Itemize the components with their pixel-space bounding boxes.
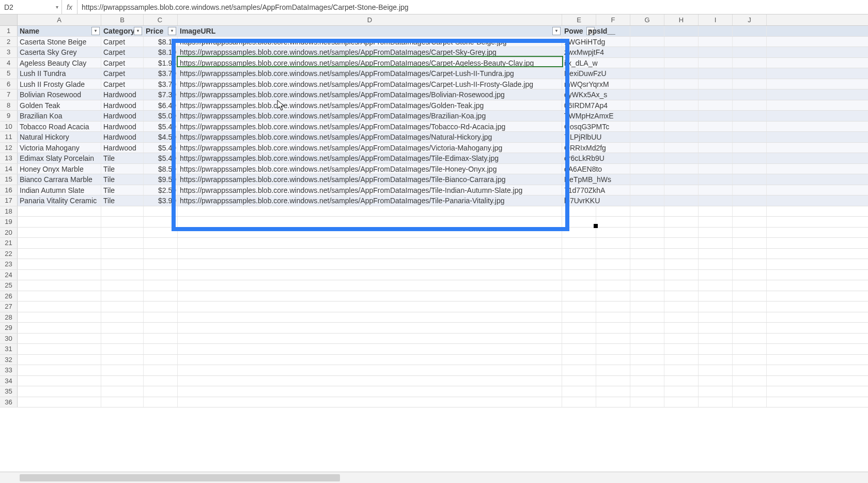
cell[interactable] <box>664 270 699 280</box>
cell[interactable] <box>664 195 699 206</box>
cell[interactable] <box>596 355 630 365</box>
cell[interactable] <box>178 228 562 238</box>
cell-category[interactable]: Hardwood <box>101 111 144 121</box>
cell[interactable] <box>733 89 767 100</box>
cell[interactable] <box>178 312 562 323</box>
cell[interactable] <box>699 291 733 301</box>
cell[interactable] <box>699 132 733 142</box>
row-header[interactable]: 36 <box>0 397 18 407</box>
row-header[interactable]: 26 <box>0 291 18 301</box>
cell[interactable] <box>733 355 767 365</box>
cell[interactable] <box>699 143 733 153</box>
cell[interactable] <box>178 217 562 227</box>
cell[interactable] <box>144 280 178 291</box>
cell-category[interactable]: Hardwood <box>101 100 144 111</box>
cell[interactable] <box>733 111 767 121</box>
cell[interactable] <box>630 37 664 47</box>
cell[interactable] <box>18 301 101 312</box>
cell[interactable] <box>144 259 178 269</box>
col-header-D[interactable]: D <box>178 14 562 25</box>
cell[interactable] <box>664 334 699 344</box>
col-header-H[interactable]: H <box>664 14 699 25</box>
cell[interactable] <box>18 206 101 217</box>
cell[interactable] <box>699 259 733 269</box>
cell[interactable] <box>596 259 630 269</box>
cell[interactable] <box>178 365 562 375</box>
cell[interactable] <box>101 376 144 386</box>
cell[interactable] <box>596 195 630 206</box>
cell[interactable] <box>699 153 733 163</box>
cell-name[interactable]: Victoria Mahogany <box>18 143 101 153</box>
cell[interactable] <box>699 238 733 248</box>
cell[interactable] <box>178 280 562 291</box>
cell[interactable] <box>101 344 144 354</box>
cell[interactable] <box>144 365 178 375</box>
row-header[interactable]: 19 <box>0 217 18 227</box>
cell[interactable] <box>596 270 630 280</box>
cell[interactable] <box>596 100 630 111</box>
cell[interactable] <box>630 365 664 375</box>
cell-price[interactable]: $8.10 <box>144 37 178 47</box>
row-header[interactable]: 10 <box>0 122 18 132</box>
cell[interactable] <box>562 259 596 269</box>
cell[interactable] <box>178 344 562 354</box>
col-header-I[interactable]: I <box>699 14 733 25</box>
cell[interactable] <box>630 79 664 89</box>
cell[interactable] <box>733 47 767 57</box>
cell[interactable] <box>699 185 733 195</box>
cell[interactable] <box>733 323 767 333</box>
cell[interactable] <box>664 323 699 333</box>
cell-category[interactable]: Tile <box>101 185 144 195</box>
cell-name[interactable]: Caserta Stone Beige <box>18 37 101 47</box>
cell[interactable] <box>630 132 664 142</box>
cell[interactable] <box>699 79 733 89</box>
cell[interactable] <box>596 323 630 333</box>
chevron-down-icon[interactable]: ▾ <box>56 4 58 10</box>
cell[interactable] <box>699 47 733 57</box>
cell[interactable] <box>101 206 144 217</box>
cell-name[interactable]: Panaria Vitality Ceramic <box>18 195 101 206</box>
cell[interactable] <box>562 270 596 280</box>
cell[interactable] <box>733 386 767 397</box>
cell[interactable] <box>101 397 144 407</box>
cell[interactable] <box>664 185 699 195</box>
cell-powerappsid[interactable]: TWMpHzAmxE <box>562 111 596 121</box>
cell[interactable] <box>630 291 664 301</box>
cell-imageurl[interactable]: https://pwrappssamples.blob.core.windows… <box>178 111 562 121</box>
row-header[interactable]: 12 <box>0 143 18 153</box>
cell-name[interactable]: Edimax Slaty Porcelain <box>18 153 101 163</box>
cell-imageurl[interactable]: https://pwrappssamples.blob.core.windows… <box>178 68 562 79</box>
row-header[interactable]: 1 <box>0 26 18 36</box>
header-powerappsid[interactable]: Powe ▾ ppsId__ <box>562 26 596 36</box>
cell-price[interactable]: $3.79 <box>144 79 178 89</box>
cell[interactable] <box>733 37 767 47</box>
cell[interactable] <box>630 164 664 174</box>
cell[interactable] <box>664 26 699 36</box>
cell[interactable] <box>630 386 664 397</box>
cell[interactable] <box>699 301 733 312</box>
cell[interactable] <box>699 228 733 238</box>
cell[interactable] <box>144 228 178 238</box>
cell-name[interactable]: Caserta Sky Grey <box>18 47 101 57</box>
cell[interactable] <box>562 291 596 301</box>
cell[interactable] <box>562 397 596 407</box>
cell[interactable] <box>101 217 144 227</box>
cell[interactable] <box>596 111 630 121</box>
cell[interactable] <box>733 26 767 36</box>
cell[interactable] <box>699 111 733 121</box>
cell[interactable] <box>733 397 767 407</box>
filter-button[interactable]: ▾ <box>91 27 100 35</box>
row-header[interactable]: 6 <box>0 79 18 89</box>
cell-powerappsid[interactable]: DeTpMB_hWs <box>562 174 596 185</box>
formula-input[interactable] <box>78 0 868 14</box>
row-header[interactable]: 21 <box>0 238 18 248</box>
cell[interactable] <box>18 238 101 248</box>
spreadsheet-grid[interactable]: A B C D E F G H I J 1 Name ▾ Category ▾ … <box>0 14 868 407</box>
row-header[interactable]: 35 <box>0 386 18 397</box>
cell[interactable] <box>733 280 767 291</box>
cell-powerappsid[interactable]: 71d770ZkhA <box>562 185 596 195</box>
cell[interactable] <box>562 228 596 238</box>
cell[interactable] <box>596 334 630 344</box>
cell[interactable] <box>18 259 101 269</box>
cell[interactable] <box>664 206 699 217</box>
